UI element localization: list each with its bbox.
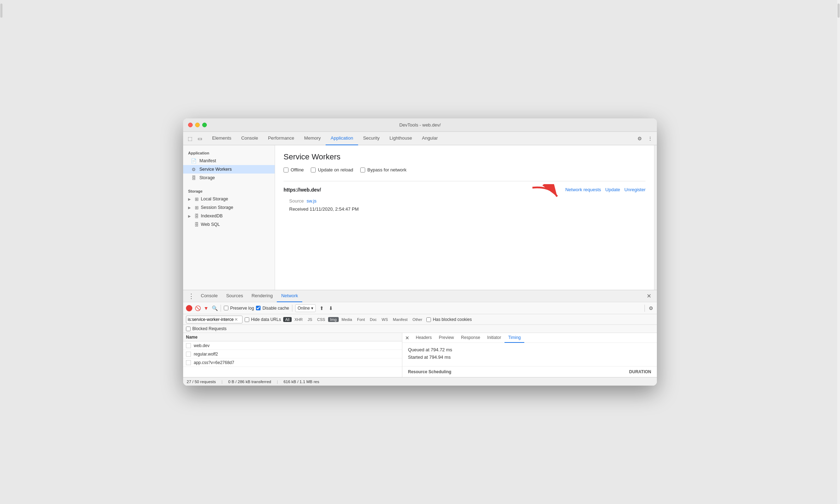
session-storage-label: Session Storage bbox=[201, 205, 233, 210]
network-row-webdev[interactable]: web.dev bbox=[183, 341, 402, 350]
timing-tab-response[interactable]: Response bbox=[457, 333, 484, 343]
filter-icon[interactable]: ▼ bbox=[203, 305, 209, 311]
sidebar-item-manifest[interactable]: 📄 Manifest bbox=[183, 157, 275, 165]
has-blocked-cookies-label[interactable]: Has blocked cookies bbox=[426, 317, 472, 322]
maximize-button[interactable] bbox=[202, 123, 207, 127]
source-row: Source sw.js bbox=[289, 198, 359, 204]
filter-js[interactable]: JS bbox=[305, 317, 314, 322]
tab-memory[interactable]: Memory bbox=[299, 132, 326, 145]
blocked-requests-label[interactable]: Blocked Requests bbox=[186, 326, 227, 331]
tab-network-bottom[interactable]: Network bbox=[277, 290, 302, 302]
tab-sources-bottom[interactable]: Sources bbox=[222, 290, 247, 302]
filter-css[interactable]: CSS bbox=[315, 317, 327, 322]
filter-input-box[interactable]: ✕ bbox=[186, 316, 243, 323]
timing-tab-preview[interactable]: Preview bbox=[435, 333, 457, 343]
tab-angular[interactable]: Angular bbox=[417, 132, 443, 145]
status-bar: 27 / 50 requests | 0 B / 286 kB transfer… bbox=[183, 377, 657, 386]
download-icon[interactable]: ⬇ bbox=[328, 305, 334, 311]
bottom-panel-dots-menu[interactable]: ⋮ bbox=[186, 293, 197, 299]
name-column-header: Name bbox=[186, 335, 198, 340]
bypass-for-network-checkbox[interactable] bbox=[360, 168, 365, 172]
tab-rendering-bottom[interactable]: Rendering bbox=[247, 290, 277, 302]
filter-media[interactable]: Media bbox=[339, 317, 354, 322]
search-icon[interactable]: 🔍 bbox=[211, 305, 218, 311]
timing-tab-timing[interactable]: Timing bbox=[504, 333, 524, 343]
preserve-log-checkbox[interactable] bbox=[224, 306, 228, 310]
update-link[interactable]: Update bbox=[605, 187, 620, 192]
tab-console[interactable]: Console bbox=[236, 132, 263, 145]
network-row-woff2[interactable]: regular.woff2 bbox=[183, 350, 402, 358]
sidebar-item-local-storage[interactable]: ▶ ⊞ Local Storage bbox=[183, 195, 275, 203]
storage-icon: 🗄 bbox=[191, 175, 197, 181]
sidebar-item-indexeddb[interactable]: ▶ 🗄 IndexedDB bbox=[183, 212, 275, 220]
disable-cache-label[interactable]: Disable cache bbox=[256, 306, 289, 311]
hide-data-urls-label[interactable]: Hide data URLs bbox=[245, 317, 281, 322]
requests-count: 27 / 50 requests bbox=[187, 380, 216, 384]
tab-lighthouse[interactable]: Lighthouse bbox=[385, 132, 417, 145]
tab-security[interactable]: Security bbox=[358, 132, 385, 145]
minimize-button[interactable] bbox=[195, 123, 200, 127]
preserve-log-text: Preserve log bbox=[230, 306, 254, 311]
settings-icon[interactable]: ⚙ bbox=[636, 135, 643, 142]
unregister-link[interactable]: Unregister bbox=[624, 187, 646, 192]
record-button[interactable] bbox=[186, 305, 192, 311]
filter-xhr[interactable]: XHR bbox=[292, 317, 305, 322]
sidebar-item-storage[interactable]: 🗄 Storage bbox=[183, 174, 275, 182]
sidebar-storage-title: Storage bbox=[183, 186, 275, 195]
cursor-icon[interactable]: ⬚ bbox=[186, 135, 194, 142]
filter-clear-icon[interactable]: ✕ bbox=[234, 317, 238, 322]
traffic-lights bbox=[188, 123, 207, 127]
filter-font[interactable]: Font bbox=[355, 317, 367, 322]
filter-input[interactable] bbox=[188, 317, 234, 322]
update-on-reload-checkbox[interactable] bbox=[311, 168, 316, 172]
offline-checkbox[interactable] bbox=[284, 168, 288, 172]
filter-img[interactable]: Img bbox=[328, 317, 339, 322]
upload-icon[interactable]: ⬆ bbox=[319, 305, 325, 311]
timing-tab-headers[interactable]: Headers bbox=[412, 333, 435, 343]
filter-ws[interactable]: WS bbox=[380, 317, 390, 322]
row-icon-webdev bbox=[186, 343, 191, 348]
resource-scheduling-label: Resource Scheduling bbox=[408, 369, 451, 374]
filter-all[interactable]: All bbox=[283, 317, 292, 322]
devtools-icons: ⬚ ▭ bbox=[186, 135, 204, 142]
network-toolbar: 🚫 ▼ 🔍 Preserve log Disable cache Online … bbox=[183, 302, 657, 314]
tab-elements[interactable]: Elements bbox=[207, 132, 236, 145]
network-requests-link[interactable]: Network requests bbox=[565, 187, 601, 192]
filter-other[interactable]: Other bbox=[410, 317, 425, 322]
filter-types: All XHR JS CSS Img Media Font Doc WS Man… bbox=[283, 317, 425, 322]
hide-data-urls-checkbox[interactable] bbox=[245, 317, 249, 322]
blocked-requests-checkbox[interactable] bbox=[186, 327, 191, 331]
sidebar-item-service-workers[interactable]: ⚙ Service Workers bbox=[183, 165, 275, 174]
content-scrollbar[interactable] bbox=[654, 145, 657, 290]
device-icon[interactable]: ▭ bbox=[196, 135, 204, 142]
sidebar-item-websql[interactable]: ▶ 🗄 Web SQL bbox=[183, 220, 275, 229]
tab-performance[interactable]: Performance bbox=[263, 132, 299, 145]
timing-panel-close-icon[interactable]: ✕ bbox=[405, 335, 409, 341]
close-button[interactable] bbox=[188, 123, 193, 127]
bottom-panel-close-icon[interactable]: ✕ bbox=[644, 293, 654, 299]
offline-checkbox-label[interactable]: Offline bbox=[284, 167, 304, 172]
timing-tab-initiator[interactable]: Initiator bbox=[484, 333, 504, 343]
throttle-select[interactable]: Online ▾ bbox=[295, 304, 316, 312]
clear-icon[interactable]: 🚫 bbox=[194, 305, 201, 311]
preserve-log-label[interactable]: Preserve log bbox=[224, 306, 254, 311]
tab-console-bottom[interactable]: Console bbox=[197, 290, 222, 302]
more-options-icon[interactable]: ⋮ bbox=[646, 135, 654, 142]
filter-doc[interactable]: Doc bbox=[368, 317, 379, 322]
network-settings-icon[interactable]: ⚙ bbox=[648, 305, 654, 311]
websql-icon: 🗄 bbox=[194, 222, 199, 227]
disable-cache-checkbox[interactable] bbox=[256, 306, 261, 310]
source-file-link[interactable]: sw.js bbox=[307, 198, 316, 204]
update-on-reload-checkbox-label[interactable]: Update on reload bbox=[311, 167, 353, 172]
timing-tabs: Headers Preview Response Initiator Timin… bbox=[412, 333, 654, 343]
transferred-amount: 0 B / 286 kB transferred bbox=[228, 380, 271, 384]
manifest-icon: 📄 bbox=[191, 158, 197, 164]
tab-application[interactable]: Application bbox=[326, 132, 358, 145]
bypass-for-network-checkbox-label[interactable]: Bypass for network bbox=[360, 167, 407, 172]
arrow-annotation bbox=[529, 184, 561, 206]
content-panel: Service Workers Offline Update on reload… bbox=[275, 145, 654, 290]
sidebar-item-session-storage[interactable]: ▶ ⊞ Session Storage bbox=[183, 203, 275, 212]
has-blocked-cookies-checkbox[interactable] bbox=[426, 317, 431, 322]
network-row-css[interactable]: app.css?v=6e2768d7 bbox=[183, 358, 402, 367]
filter-manifest[interactable]: Manifest bbox=[391, 317, 410, 322]
